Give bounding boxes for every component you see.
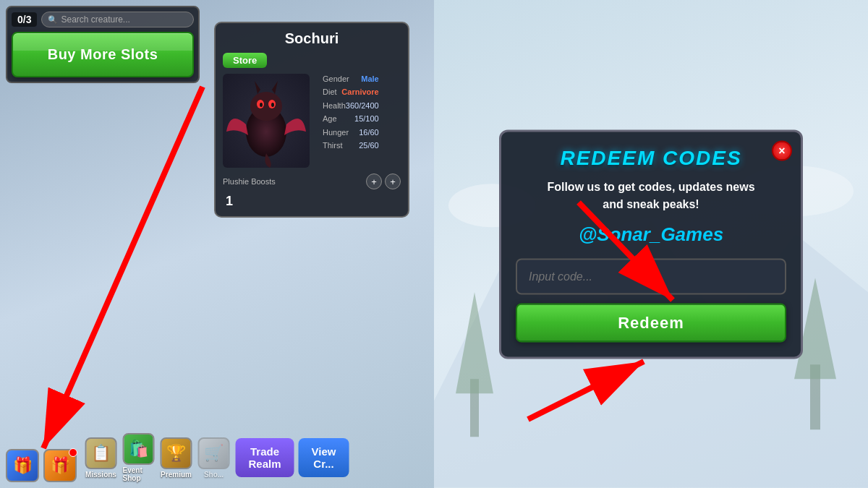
premium-icon: 🏆 (161, 437, 192, 469)
stat-gender: Gender Male (323, 74, 379, 85)
event-shop-icon: 🛍️ (123, 433, 155, 465)
inventory-header: 0/3 🔍 Search creature... (12, 12, 194, 27)
search-placeholder-text: Search creature... (61, 14, 129, 25)
shop-label: Sho... (204, 471, 224, 479)
redeem-modal: REDEEM CODES × Follow us to get codes, u… (499, 129, 803, 359)
plushie-row: Plushie Boosts + + (223, 174, 401, 189)
creature-card: Sochuri Store (214, 22, 409, 218)
stat-thirst: Thirst 25/60 (323, 140, 379, 151)
event-shop-label: Event Shop (123, 466, 155, 482)
creature-image (223, 74, 310, 168)
svg-point-5 (271, 103, 274, 107)
creature-svg (223, 74, 310, 168)
missions-label: Missions (85, 471, 116, 479)
stat-health: Health 360/2400 (323, 100, 379, 111)
gift-icon-orange[interactable]: 🎁 (43, 449, 77, 482)
nav-shop[interactable]: 🛒 Sho... (198, 437, 230, 479)
redeem-username: @Sonar_Games (516, 223, 786, 245)
gift-icon-blue[interactable]: 🎁 (6, 449, 39, 482)
bottom-nav: 📋 Missions 🛍️ Event Shop 🏆 Premium 🛒 Sho… (85, 433, 349, 482)
slot-count: 0/3 (12, 12, 37, 27)
nav-missions[interactable]: 📋 Missions (85, 437, 117, 479)
redeem-description: Follow us to get codes, updates newsand … (516, 178, 786, 213)
buy-more-slots-button[interactable]: Buy More Slots (12, 32, 194, 77)
view-creatures-button[interactable]: View Cr... (299, 438, 349, 477)
redeem-button[interactable]: Redeem (516, 303, 786, 342)
code-input[interactable] (516, 258, 786, 294)
left-panel: 0/3 🔍 Search creature... Buy More Slots … (0, 0, 434, 488)
plushie-btn-1[interactable]: + (366, 174, 382, 189)
search-box[interactable]: 🔍 Search creature... (41, 12, 194, 27)
plushie-buttons: + + (366, 174, 401, 189)
inventory-panel: 0/3 🔍 Search creature... Buy More Slots (6, 6, 200, 83)
nav-premium[interactable]: 🏆 Premium (161, 437, 192, 479)
missions-icon: 📋 (85, 437, 117, 469)
svg-point-4 (260, 103, 263, 107)
close-modal-button[interactable]: × (772, 140, 792, 160)
stat-hunger: Hunger 16/60 (323, 127, 379, 138)
creature-stats: Gender Male Diet Carnivore Health 360/24… (323, 74, 379, 168)
action-buttons: Trade Realm View Cr... (236, 438, 349, 477)
store-button[interactable]: Store (223, 53, 267, 68)
right-panel: REDEEM CODES × Follow us to get codes, u… (434, 0, 868, 488)
notification-dot (69, 448, 77, 457)
shop-icon: 🛒 (198, 437, 230, 469)
plushie-count: 1 (226, 194, 401, 209)
stat-diet: Diet Carnivore (323, 87, 379, 98)
plushie-btn-2[interactable]: + (385, 174, 401, 189)
bottom-left-icons: 🎁 🎁 (6, 449, 77, 482)
creature-name: Sochuri (223, 30, 401, 47)
trade-realm-button[interactable]: Trade Realm (236, 438, 294, 477)
nav-event-shop[interactable]: 🛍️ Event Shop (123, 433, 155, 482)
search-icon: 🔍 (48, 15, 58, 25)
plushie-label: Plushie Boosts (223, 177, 276, 186)
svg-point-1 (250, 92, 282, 121)
premium-label: Premium (161, 471, 192, 479)
stat-age: Age 15/100 (323, 114, 379, 124)
redeem-title: REDEEM CODES (516, 146, 786, 169)
